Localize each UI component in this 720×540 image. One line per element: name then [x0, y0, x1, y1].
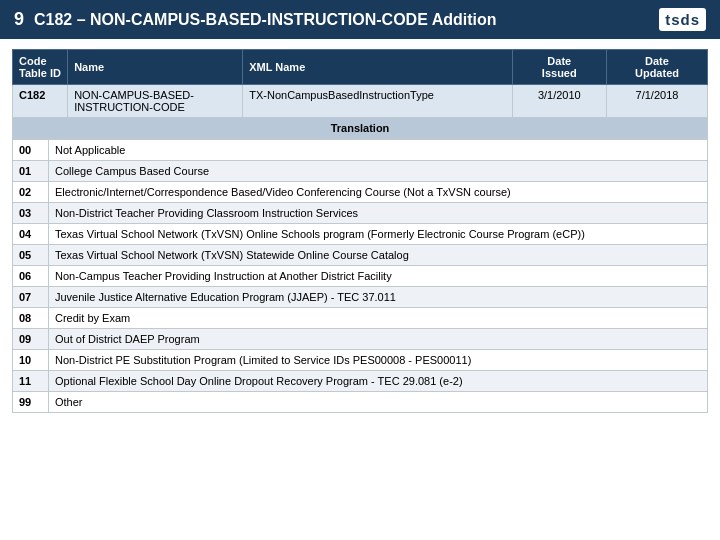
translation-description: Non-Campus Teacher Providing Instruction… — [49, 266, 708, 287]
translation-description: Optional Flexible School Day Online Drop… — [49, 371, 708, 392]
data-code: C182 — [13, 85, 68, 118]
page-title: C182 – NON-CAMPUS-BASED-INSTRUCTION-CODE… — [34, 11, 497, 29]
translation-table: 00Not Applicable01College Campus Based C… — [12, 139, 708, 413]
data-xml-name: TX-NonCampusBasedInstructionType — [243, 85, 512, 118]
translation-code: 08 — [13, 308, 49, 329]
translation-row: 99Other — [13, 392, 708, 413]
col-code-table-id: CodeTable ID — [13, 50, 68, 85]
page-header: 9 C182 – NON-CAMPUS-BASED-INSTRUCTION-CO… — [0, 0, 720, 39]
translation-row: 00Not Applicable — [13, 140, 708, 161]
translation-description: Out of District DAEP Program — [49, 329, 708, 350]
translation-description: Non-District PE Substitution Program (Li… — [49, 350, 708, 371]
translation-row: 09Out of District DAEP Program — [13, 329, 708, 350]
translation-description: Credit by Exam — [49, 308, 708, 329]
translation-row: 05Texas Virtual School Network (TxVSN) S… — [13, 245, 708, 266]
data-date-updated: 7/1/2018 — [606, 85, 707, 118]
translation-description: Texas Virtual School Network (TxVSN) Onl… — [49, 224, 708, 245]
col-date-updated: DateUpdated — [606, 50, 707, 85]
translation-code: 09 — [13, 329, 49, 350]
translation-description: Other — [49, 392, 708, 413]
logo-text: tsds — [665, 11, 700, 28]
logo-area: tsds — [659, 8, 706, 31]
translation-code: 00 — [13, 140, 49, 161]
col-name: Name — [68, 50, 243, 85]
translation-description: Not Applicable — [49, 140, 708, 161]
translation-code: 07 — [13, 287, 49, 308]
main-content: CodeTable ID Name XML Name DateIssued Da… — [0, 39, 720, 423]
translation-row: 06Non-Campus Teacher Providing Instructi… — [13, 266, 708, 287]
translation-code: 06 — [13, 266, 49, 287]
translation-description: Texas Virtual School Network (TxVSN) Sta… — [49, 245, 708, 266]
translation-description: Electronic/Internet/Correspondence Based… — [49, 182, 708, 203]
translation-row: 02Electronic/Internet/Correspondence Bas… — [13, 182, 708, 203]
page-number: 9 — [14, 9, 24, 30]
translation-row: 03Non-District Teacher Providing Classro… — [13, 203, 708, 224]
translation-code: 05 — [13, 245, 49, 266]
translation-code: 10 — [13, 350, 49, 371]
translation-row: 07Juvenile Justice Alternative Education… — [13, 287, 708, 308]
header-left: 9 C182 – NON-CAMPUS-BASED-INSTRUCTION-CO… — [14, 9, 497, 30]
translation-row: 11Optional Flexible School Day Online Dr… — [13, 371, 708, 392]
translation-code: 99 — [13, 392, 49, 413]
translation-header-row: Translation — [13, 118, 708, 139]
translation-row: 04Texas Virtual School Network (TxVSN) O… — [13, 224, 708, 245]
table-data-row: C182 NON-CAMPUS-BASED-INSTRUCTION-CODE T… — [13, 85, 708, 118]
col-date-issued: DateIssued — [512, 50, 606, 85]
data-date-issued: 3/1/2010 — [512, 85, 606, 118]
translation-code: 04 — [13, 224, 49, 245]
translation-label: Translation — [13, 118, 708, 139]
translation-description: College Campus Based Course — [49, 161, 708, 182]
translation-row: 01College Campus Based Course — [13, 161, 708, 182]
data-name: NON-CAMPUS-BASED-INSTRUCTION-CODE — [68, 85, 243, 118]
table-header-row: CodeTable ID Name XML Name DateIssued Da… — [13, 50, 708, 85]
translation-code: 01 — [13, 161, 49, 182]
translation-code: 11 — [13, 371, 49, 392]
translation-code: 03 — [13, 203, 49, 224]
translation-row: 08Credit by Exam — [13, 308, 708, 329]
translation-description: Juvenile Justice Alternative Education P… — [49, 287, 708, 308]
translation-code: 02 — [13, 182, 49, 203]
translation-description: Non-District Teacher Providing Classroom… — [49, 203, 708, 224]
main-table: CodeTable ID Name XML Name DateIssued Da… — [12, 49, 708, 139]
col-xml-name: XML Name — [243, 50, 512, 85]
logo-box: tsds — [659, 8, 706, 31]
translation-row: 10Non-District PE Substitution Program (… — [13, 350, 708, 371]
